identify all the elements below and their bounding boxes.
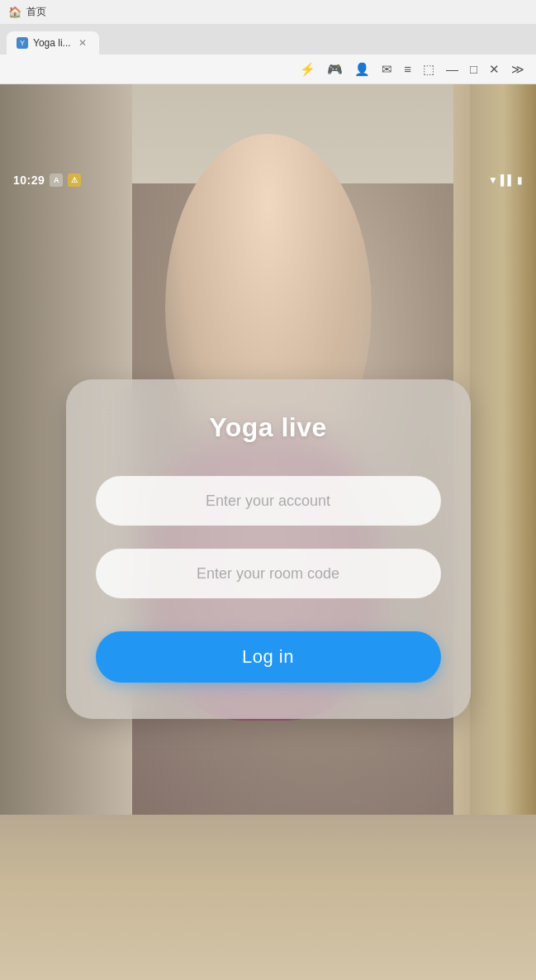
status-bar: 10:29 A ⚠ ▼ ▌▌ ▮ [0, 169, 536, 192]
browser-chrome: 🏠 首页 Y Yoga li... ✕ ⚡ 🎮 👤 ✉ ≡ ⬚ — □ ✕ ≫ [0, 0, 536, 84]
app-title: Yoga live [209, 412, 327, 443]
active-tab[interactable]: Y Yoga li... ✕ [7, 31, 99, 55]
tab-bar: Y Yoga li... ✕ [0, 25, 536, 55]
battery-icon: ▮ [517, 174, 523, 186]
home-tab-row: 🏠 首页 [0, 0, 536, 25]
close-window-icon[interactable]: ✕ [489, 62, 500, 77]
screen-icon[interactable]: ⬚ [423, 62, 434, 77]
menu-icon[interactable]: ≡ [404, 62, 411, 76]
tab-title: Yoga li... [33, 37, 71, 49]
maximize-icon[interactable]: □ [470, 62, 477, 76]
room-code-input[interactable] [96, 549, 441, 598]
tab-close-button[interactable]: ✕ [76, 36, 89, 50]
more-icon[interactable]: ≫ [511, 62, 524, 77]
login-modal: Yoga live Log in [66, 379, 471, 719]
signal-icon: ▌▌ [500, 174, 515, 186]
login-button[interactable]: Log in [96, 631, 441, 683]
account-input[interactable] [96, 476, 441, 526]
tab-favicon: Y [17, 37, 28, 49]
phone-screen: 10:29 A ⚠ ▼ ▌▌ ▮ Yoga live Log in [0, 84, 536, 980]
notif-a-icon: A [50, 174, 63, 187]
mail-icon[interactable]: ✉ [382, 62, 392, 77]
home-icon: 🏠 [8, 6, 21, 18]
wifi-icon: ▼ [488, 174, 498, 186]
notif-warn-icon: ⚠ [68, 174, 81, 187]
toolbar: ⚡ 🎮 👤 ✉ ≡ ⬚ — □ ✕ ≫ [0, 55, 536, 84]
profile-icon[interactable]: 👤 [354, 62, 370, 77]
status-time: 10:29 [13, 174, 45, 187]
minimize-icon[interactable]: — [446, 62, 458, 76]
status-right: ▼ ▌▌ ▮ [488, 174, 523, 186]
home-tab-label[interactable]: 首页 [26, 5, 46, 19]
person-lower [173, 679, 355, 977]
lightning-icon[interactable]: ⚡ [300, 62, 315, 77]
status-left: 10:29 A ⚠ [13, 174, 81, 187]
gamepad-icon[interactable]: 🎮 [327, 62, 343, 77]
